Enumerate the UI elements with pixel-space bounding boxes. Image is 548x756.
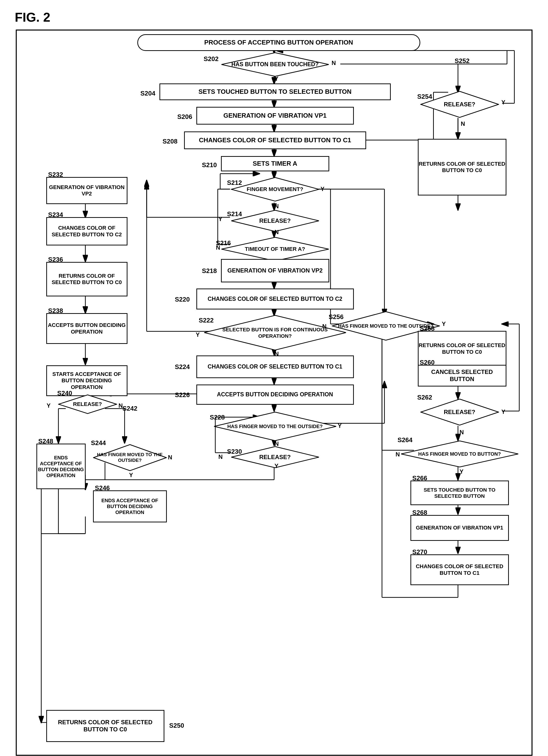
fig-title: FIG. 2 [15, 10, 533, 25]
s210-node: S210 SETS TIMER A [221, 156, 329, 171]
s228-y: Y [338, 422, 342, 429]
s270-text: CHANGES COLOR OF SELECTED BUTTON TO C1 [411, 563, 508, 576]
s264-n: N [396, 451, 400, 458]
s226-label: S226 [175, 391, 190, 399]
s258-text: RETURNS COLOR OF SELECTED BUTTON TO C0 [418, 342, 506, 355]
s214-diamond: RELEASE? [231, 210, 319, 232]
s240-n: N [119, 402, 123, 409]
s230-diamond: RELEASE? [231, 446, 319, 468]
s244-text: HAS FINGER MOVED TO THE OUTSIDE? [97, 452, 163, 463]
s202-n: N [332, 60, 336, 66]
s262-n: N [460, 429, 464, 436]
s256-diamond: HAS FINGER MOVED TO THE OUTSIDE? [332, 311, 440, 341]
s220-text: CHANGES COLOR OF SELECTED BUTTON TO C2 [208, 296, 342, 303]
s268-node: S268 GENERATION OF VIBRATION VP1 [410, 515, 509, 541]
start-node: PROCESS OF ACCEPTING BUTTON OPERATION [137, 34, 420, 51]
s222-diamond: SELECTED BUTTON IS FOR CONTINUOUS OPERAT… [204, 315, 346, 351]
s244-y: Y [129, 472, 133, 479]
s262-diamond: RELEASE? [420, 399, 499, 426]
s248-text: ENDS ACCEPTANCE OF BUTTON DECIDING OPERA… [37, 455, 85, 478]
s230-text: RELEASE? [259, 454, 290, 461]
s256-y: Y [442, 321, 446, 327]
s268-label: S268 [412, 509, 427, 516]
s212-diamond: FINGER MOVEMENT? [231, 177, 319, 202]
s240-text: RELEASE? [73, 401, 102, 407]
s214-y: Y [219, 216, 223, 223]
s212-y: Y [320, 186, 324, 193]
s248-node: S248 ENDS ACCEPTANCE OF BUTTON DECIDING … [36, 444, 86, 489]
s270-label: S270 [412, 548, 427, 556]
s220-label: S220 [175, 296, 190, 303]
s206-label: S206 [178, 113, 193, 121]
s240-y: Y [47, 402, 51, 409]
page: FIG. 2 [0, 0, 548, 756]
s256-text: HAS FINGER MOVED TO THE OUTSIDE? [338, 323, 433, 329]
s230-n: N [219, 453, 223, 460]
s210-label: S210 [202, 161, 217, 169]
s238-node: S238 ACCEPTS BUTTON DECIDING OPERATION [46, 313, 128, 344]
s262-text: RELEASE? [444, 409, 475, 416]
s218-text: GENERATION OF VIBRATION VP2 [228, 267, 322, 274]
s244-diamond: HAS FINGER MOVED TO THE OUTSIDE? [93, 444, 167, 471]
s268-text: GENERATION OF VIBRATION VP1 [416, 525, 503, 531]
s260-label: S260 [420, 359, 435, 366]
s208-text: CHANGES COLOR OF SELECTED BUTTON TO C1 [199, 136, 351, 144]
s222-text: SELECTED BUTTON IS FOR CONTINUOUS OPERAT… [211, 326, 339, 339]
s232-node: S232 GENERATION OF VIBRATION VP2 [46, 177, 128, 204]
s264-y: Y [460, 468, 464, 475]
s238-label: S238 [48, 307, 63, 315]
s260-node: S260 CANCELS SELECTED BUTTON [418, 365, 506, 386]
s266-label: S266 [412, 474, 427, 482]
s216-diamond: TIMEOUT OF TIMER A? [221, 237, 329, 261]
s248-label: S248 [38, 437, 53, 445]
s226-node: S226 ACCEPTS BUTTON DECIDING OPERATION [196, 385, 354, 405]
s250-node: RETURNS COLOR OF SELECTED BUTTON TO C0 [46, 710, 164, 742]
s266-node: S266 SETS TOUCHED BUTTON TO SELECTED BUT… [410, 481, 509, 505]
s246-node: S246 ENDS ACCEPTANCE OF BUTTON DECIDING … [93, 490, 167, 522]
s266-text: SETS TOUCHED BUTTON TO SELECTED BUTTON [411, 487, 508, 499]
s226-text: ACCEPTS BUTTON DECIDING OPERATION [217, 391, 333, 398]
s212-text: FINGER MOVEMENT? [247, 186, 303, 193]
s210-text: SETS TIMER A [253, 160, 297, 167]
s220-node: S220 CHANGES COLOR OF SELECTED BUTTON TO… [196, 289, 354, 309]
s222-y: Y [196, 331, 200, 338]
s224-node: S224 CHANGES COLOR OF SELECTED BUTTON TO… [196, 355, 354, 378]
s254-text: RELEASE? [444, 101, 475, 108]
s204-text: SETS TOUCHED BUTTON TO SELECTED BUTTON [198, 88, 351, 96]
s206-node: S206 GENERATION OF VIBRATION VP1 [196, 107, 354, 125]
s246-text: ENDS ACCEPTANCE OF BUTTON DECIDING OPERA… [94, 498, 166, 515]
s224-label: S224 [175, 363, 190, 371]
s228-diamond: HAS FINGER MOVED TO THE OUTSIDE? [214, 412, 336, 441]
s240-diamond: RELEASE? [58, 394, 117, 414]
s270-node: S270 CHANGES COLOR OF SELECTED BUTTON TO… [410, 554, 509, 585]
start-label: PROCESS OF ACCEPTING BUTTON OPERATION [204, 39, 353, 46]
s202-diamond: HAS BUTTON BEEN TOUCHED? [221, 52, 329, 77]
starts-acceptance-text: STARTS ACCEPTANCE OF BUTTON DECIDING OPE… [47, 371, 127, 390]
s224-text: CHANGES COLOR OF SELECTED BUTTON TO C1 [208, 363, 342, 370]
s202-label: S202 [204, 55, 219, 63]
s264-text: HAS FINGER MOVED TO BUTTON? [418, 451, 501, 457]
s218-label: S218 [202, 267, 217, 275]
s252-label: S252 [455, 57, 470, 65]
s262-y: Y [501, 408, 505, 415]
s232-label: S232 [48, 171, 63, 178]
s204-node: S204 SETS TOUCHED BUTTON TO SELECTED BUT… [160, 83, 391, 100]
s228-text: HAS FINGER MOVED TO THE OUTSIDE? [228, 423, 322, 429]
s254-diamond: RELEASE? [420, 91, 499, 118]
returns-c0-right-text: RETURNS COLOR OF SELECTED BUTTON TO C0 [418, 161, 506, 174]
s208-label: S208 [163, 138, 178, 145]
s202-text: HAS BUTTON BEEN TOUCHED? [231, 61, 318, 68]
s234-text: CHANGES COLOR OF SELECTED BUTTON TO C2 [47, 225, 127, 238]
s236-label: S236 [48, 256, 63, 263]
s254-n: N [461, 120, 465, 127]
s206-text: GENERATION OF VIBRATION VP1 [224, 112, 326, 119]
s244-n: N [168, 454, 172, 461]
s204-label-ref: S204 [141, 90, 156, 97]
s216-text: TIMEOUT OF TIMER A? [245, 246, 305, 252]
s234-label: S234 [48, 211, 63, 219]
s208-node: S208 CHANGES COLOR OF SELECTED BUTTON TO… [184, 131, 366, 149]
s234-node: S234 CHANGES COLOR OF SELECTED BUTTON TO… [46, 217, 128, 245]
s250-text: RETURNS COLOR OF SELECTED BUTTON TO C0 [47, 719, 164, 733]
s218-node: S218 GENERATION OF VIBRATION VP2 [221, 259, 329, 282]
s264-diamond: HAS FINGER MOVED TO BUTTON? [401, 440, 519, 467]
